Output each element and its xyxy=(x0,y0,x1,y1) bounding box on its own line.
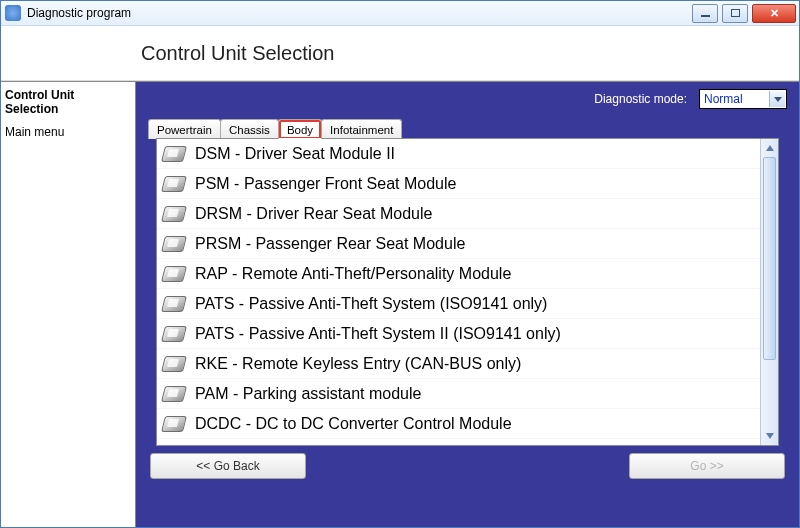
list-item[interactable]: RKE - Remote Keyless Entry (CAN-BUS only… xyxy=(157,349,760,379)
close-icon xyxy=(770,8,779,19)
module-icon xyxy=(163,326,185,342)
unit-list: DSM - Driver Seat Module IIPSM - Passeng… xyxy=(157,139,760,445)
diagnostic-mode-label: Diagnostic mode: xyxy=(594,92,687,106)
list-item-label: PATS - Passive Anti-Theft System II (ISO… xyxy=(195,325,561,343)
titlebar: Diagnostic program xyxy=(1,1,799,26)
module-icon xyxy=(163,296,185,312)
list-item-label: DCDC - DC to DC Converter Control Module xyxy=(195,415,512,433)
list-item[interactable]: DRSM - Driver Rear Seat Module xyxy=(157,199,760,229)
list-item[interactable]: DSM - Driver Seat Module II xyxy=(157,139,760,169)
diagnostic-mode-select[interactable]: Normal xyxy=(699,89,787,109)
tab-chassis[interactable]: Chassis xyxy=(220,119,279,139)
workspace: Diagnostic mode: Normal PowertrainChassi… xyxy=(136,82,799,527)
window-minimize-button[interactable] xyxy=(692,4,718,23)
chevron-down-icon xyxy=(769,91,785,107)
list-item[interactable]: PRSM - Passenger Rear Seat Module xyxy=(157,229,760,259)
tab-infotainment[interactable]: Infotainment xyxy=(321,119,402,139)
sidebar-item-0[interactable]: Control Unit Selection xyxy=(5,88,127,117)
module-icon xyxy=(163,236,185,252)
tab-body[interactable]: Body xyxy=(278,119,322,139)
list-item-label: PATS - Passive Anti-Theft System (ISO914… xyxy=(195,295,547,313)
list-item[interactable]: PATS - Passive Anti-Theft System II (ISO… xyxy=(157,319,760,349)
module-icon xyxy=(163,176,185,192)
window-maximize-button[interactable] xyxy=(722,4,748,23)
scroll-down-button[interactable] xyxy=(761,427,778,445)
list-item[interactable]: RAP - Remote Anti-Theft/Personality Modu… xyxy=(157,259,760,289)
module-icon xyxy=(163,386,185,402)
go-button[interactable]: Go >> xyxy=(629,453,785,479)
unit-list-panel: DSM - Driver Seat Module IIPSM - Passeng… xyxy=(156,138,779,446)
sidebar: Control Unit SelectionMain menu xyxy=(1,82,136,527)
maximize-icon xyxy=(731,9,740,17)
module-icon xyxy=(163,266,185,282)
diagnostic-mode-value: Normal xyxy=(704,92,743,106)
sidebar-item-1[interactable]: Main menu xyxy=(5,125,127,139)
list-item-label: DSM - Driver Seat Module II xyxy=(195,145,395,163)
list-item-label: PSM - Passenger Front Seat Module xyxy=(195,175,456,193)
footer-buttons: << Go Back Go >> xyxy=(136,446,799,490)
tab-powertrain[interactable]: Powertrain xyxy=(148,119,221,139)
module-icon xyxy=(163,356,185,372)
list-item[interactable]: PSM - Passenger Front Seat Module xyxy=(157,169,760,199)
vertical-scrollbar[interactable] xyxy=(760,139,778,445)
list-item-label: PAM - Parking assistant module xyxy=(195,385,421,403)
go-back-button[interactable]: << Go Back xyxy=(150,453,306,479)
window-title: Diagnostic program xyxy=(27,6,131,20)
scroll-up-button[interactable] xyxy=(761,139,778,157)
app-window: Diagnostic program Control Unit Selectio… xyxy=(0,0,800,528)
header: Control Unit Selection xyxy=(1,26,799,81)
module-icon xyxy=(163,146,185,162)
scroll-thumb[interactable] xyxy=(763,157,776,360)
diagnostic-mode-row: Diagnostic mode: Normal xyxy=(136,82,799,116)
list-item-label: PRSM - Passenger Rear Seat Module xyxy=(195,235,465,253)
list-item[interactable]: DCDC - DC to DC Converter Control Module xyxy=(157,409,760,439)
window-controls xyxy=(688,4,796,23)
list-item-label: RAP - Remote Anti-Theft/Personality Modu… xyxy=(195,265,511,283)
window-close-button[interactable] xyxy=(752,4,796,23)
list-item-label: DRSM - Driver Rear Seat Module xyxy=(195,205,432,223)
app-icon xyxy=(5,5,21,21)
list-item-label: RKE - Remote Keyless Entry (CAN-BUS only… xyxy=(195,355,521,373)
module-icon xyxy=(163,416,185,432)
module-icon xyxy=(163,206,185,222)
minimize-icon xyxy=(701,15,710,17)
list-item[interactable]: PAM - Parking assistant module xyxy=(157,379,760,409)
page-title: Control Unit Selection xyxy=(141,42,334,65)
scroll-track[interactable] xyxy=(761,157,778,427)
list-item[interactable]: PATS - Passive Anti-Theft System (ISO914… xyxy=(157,289,760,319)
tab-bar: PowertrainChassisBodyInfotainment xyxy=(146,116,789,138)
